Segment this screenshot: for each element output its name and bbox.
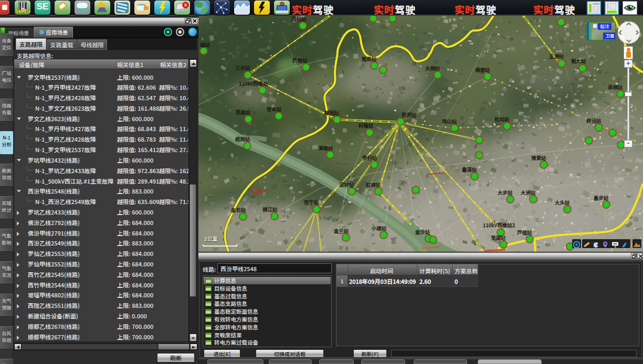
svg-text:三水站: 三水站 xyxy=(235,64,250,71)
svg-text:叠滘站: 叠滘站 xyxy=(462,166,477,173)
svg-text:博爱站: 博爱站 xyxy=(531,154,546,162)
svg-text:会仙界: 会仙界 xyxy=(251,188,263,194)
svg-text:樟团站: 樟团站 xyxy=(324,109,340,116)
svg-text:罗洞站: 罗洞站 xyxy=(402,111,417,119)
svg-text:芜湖站: 芜湖站 xyxy=(491,234,506,241)
svg-text:苍本站: 苍本站 xyxy=(266,105,282,113)
svg-text:西樵站: 西樵站 xyxy=(292,57,308,64)
svg-text:王洲站: 王洲站 xyxy=(549,52,564,60)
svg-text:110kV西樵站: 110kV西樵站 xyxy=(239,80,268,87)
svg-text:松岗站: 松岗站 xyxy=(494,115,510,123)
svg-text:金兰站: 金兰站 xyxy=(333,227,349,234)
svg-text:罗行站: 罗行站 xyxy=(362,154,377,162)
svg-text:西南站: 西南站 xyxy=(236,109,251,116)
svg-text:大洲站: 大洲站 xyxy=(520,189,536,196)
svg-text:西村站: 西村站 xyxy=(291,16,307,23)
svg-text:大棋站: 大棋站 xyxy=(425,65,440,72)
svg-text:大头站: 大头站 xyxy=(554,199,570,206)
svg-text:魁奇站: 魁奇站 xyxy=(362,55,377,62)
svg-text:金石站: 金石站 xyxy=(230,206,246,213)
svg-text:深村站: 深村站 xyxy=(339,181,354,188)
svg-text:红棉站: 红棉站 xyxy=(365,181,381,188)
svg-text:横窖站: 横窖站 xyxy=(475,66,490,73)
svg-text:漳塘站: 漳塘站 xyxy=(318,144,333,152)
svg-text:大步站: 大步站 xyxy=(497,189,513,196)
svg-text:金沙站: 金沙站 xyxy=(415,228,430,235)
svg-text:鸡山站: 鸡山站 xyxy=(441,117,457,125)
svg-text:横江站: 横江站 xyxy=(262,206,278,213)
svg-text:杏宁站: 杏宁站 xyxy=(303,198,319,206)
svg-text:转运站: 转运站 xyxy=(586,117,602,124)
svg-text:科隆站: 科隆站 xyxy=(359,122,374,129)
svg-text:小塘站: 小塘站 xyxy=(371,224,387,232)
svg-text:蚬岗站: 蚬岗站 xyxy=(235,135,250,143)
svg-text:110kV西樵站2: 110kV西樵站2 xyxy=(483,221,515,229)
svg-text:魁大站: 魁大站 xyxy=(571,57,586,65)
svg-text:泽棋站: 泽棋站 xyxy=(607,83,623,91)
svg-text:基步站: 基步站 xyxy=(593,194,609,201)
svg-text:芦桂站: 芦桂站 xyxy=(517,229,532,236)
svg-text:编站: 编站 xyxy=(200,41,210,48)
